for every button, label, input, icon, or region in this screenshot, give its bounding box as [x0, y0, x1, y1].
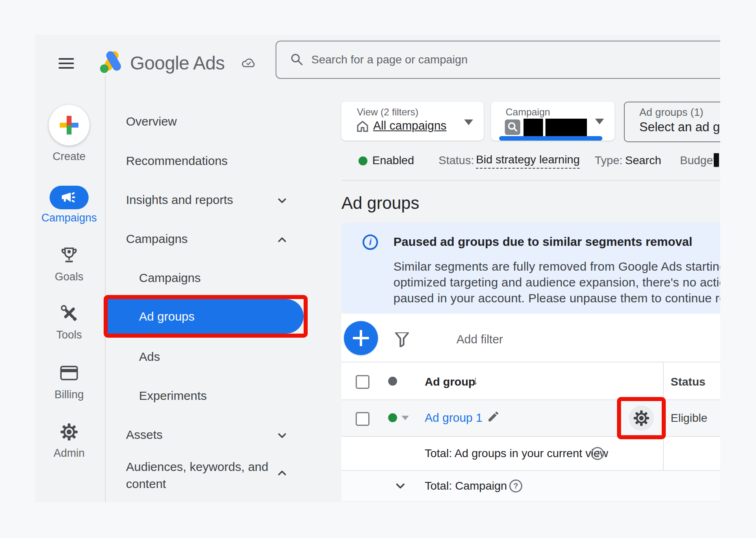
enabled-status-dot — [358, 156, 367, 165]
nav-item-experiments[interactable]: Experiments — [139, 388, 207, 404]
ad-group-filter-value: Select an ad gro — [639, 120, 720, 134]
rail-admin-label: Admin — [35, 447, 103, 460]
column-header-status[interactable]: Status — [671, 375, 706, 389]
chevron-down-icon — [595, 119, 604, 124]
nav-item-ads[interactable]: Ads — [139, 349, 160, 364]
type-value: Search — [625, 154, 661, 167]
section-divider — [341, 180, 720, 181]
nav-divider — [105, 76, 106, 502]
row-status-caret-icon[interactable] — [402, 416, 409, 420]
view-filter-label: View (2 filters) — [357, 106, 419, 118]
rail-campaigns-label: Campaigns — [35, 211, 103, 224]
search-input[interactable]: Search for a page or campaign — [276, 41, 720, 79]
nav-item-audiences[interactable]: Audiences, keywords, and content — [126, 458, 277, 492]
chevron-down-icon[interactable] — [276, 194, 289, 207]
sort-descending-icon[interactable]: ↓ — [472, 373, 478, 387]
filter-funnel-icon[interactable] — [395, 332, 409, 347]
help-icon[interactable]: ? — [509, 479, 522, 492]
active-chip-indicator — [499, 136, 602, 141]
edit-pencil-icon[interactable] — [487, 410, 500, 423]
banner-text-line: optimized targeting and audience expansi… — [393, 275, 720, 290]
type-label: Type: — [595, 154, 622, 167]
table-row-total-campaign: Total: Campaign ? — [341, 471, 720, 501]
search-badge-icon — [505, 119, 520, 135]
nav-item-insights[interactable]: Insights and reports — [126, 192, 233, 208]
nav-item-ad-groups[interactable]: Ad groups — [108, 299, 304, 334]
nav-item-ad-groups-label: Ad groups — [139, 299, 195, 334]
nav-item-recommendations[interactable]: Recommendations — [126, 153, 228, 169]
rail-billing-label: Billing — [35, 388, 103, 401]
admin-gear-icon[interactable] — [60, 423, 78, 441]
view-filter-chip[interactable]: View (2 filters) All campaigns — [341, 102, 484, 141]
ad-group-link[interactable]: Ad group 1 — [425, 411, 482, 425]
nav-section-campaigns[interactable]: Campaigns — [126, 231, 188, 247]
tools-icon[interactable] — [59, 304, 79, 323]
row-status-dot[interactable] — [388, 413, 397, 422]
campaign-filter-label: Campaign — [506, 106, 550, 118]
create-button[interactable] — [49, 105, 89, 145]
add-button[interactable] — [344, 321, 378, 355]
enabled-label: Enabled — [372, 154, 414, 167]
chevron-up-icon[interactable] — [276, 233, 289, 246]
banner-text-line: Similar segments are fully removed from … — [393, 259, 720, 274]
chevron-up-icon[interactable] — [276, 466, 289, 479]
row-checkbox[interactable] — [356, 412, 369, 426]
redacted-budget-value — [714, 153, 719, 167]
status-dot-header — [388, 377, 397, 386]
nav-item-overview[interactable]: Overview — [126, 114, 177, 129]
rail-campaigns-button[interactable] — [50, 186, 89, 209]
annotation-highlight-settings — [617, 397, 666, 439]
row-status-value: Eligible — [671, 411, 707, 425]
banner-text-line: paused in your account. Please unpause t… — [393, 291, 720, 306]
home-icon — [356, 120, 369, 133]
info-banner: i Paused ad groups due to similar segmen… — [341, 223, 720, 314]
expand-chevron-icon[interactable] — [393, 479, 407, 493]
column-header-ad-group[interactable]: Ad group — [425, 375, 475, 389]
banner-title: Paused ad groups due to similar segments… — [393, 234, 692, 249]
rail-tools-label: Tools — [35, 328, 103, 341]
select-all-checkbox[interactable] — [356, 375, 369, 389]
status-label: Status: — [439, 154, 474, 167]
brand-title: Google Ads — [130, 51, 225, 75]
total-view-label: Total: Ad groups in your current view — [425, 447, 608, 460]
ad-group-filter-label: Ad groups (1) — [639, 106, 704, 118]
redacted-campaign-name — [545, 119, 587, 137]
campaign-filter-chip[interactable]: Campaign — [491, 102, 615, 141]
cloud-sync-icon — [241, 57, 256, 69]
ad-group-filter-chip[interactable]: Ad groups (1) Select an ad gro — [624, 102, 720, 142]
view-filter-value: All campaigns — [373, 119, 447, 132]
rail-goals-label: Goals — [35, 270, 103, 283]
chevron-down-icon — [464, 119, 473, 125]
search-placeholder: Search for a page or campaign — [311, 53, 467, 67]
rail-create-label: Create — [35, 150, 103, 163]
annotation-highlight-ad-groups: Ad groups — [104, 295, 308, 338]
redacted-campaign-name — [524, 119, 543, 137]
chevron-down-icon[interactable] — [276, 429, 289, 442]
help-icon[interactable]: ? — [591, 447, 604, 460]
nav-item-campaigns[interactable]: Campaigns — [139, 270, 201, 286]
add-filter-button[interactable]: Add filter — [456, 332, 503, 346]
google-ads-logo-icon — [98, 50, 123, 74]
nav-item-assets[interactable]: Assets — [126, 427, 163, 443]
menu-icon[interactable] — [59, 58, 74, 72]
search-icon — [290, 53, 303, 66]
page-title: Ad groups — [341, 193, 419, 214]
info-icon: i — [363, 234, 378, 250]
screenshot-frame: Google Ads Search for a page or campaign… — [35, 35, 720, 502]
goals-trophy-icon[interactable] — [59, 245, 79, 265]
ad-groups-table: Add filter Ad group ↓ Status Ad group 1 — [341, 314, 720, 501]
billing-card-icon[interactable] — [60, 365, 78, 381]
total-campaign-label: Total: Campaign — [425, 479, 507, 493]
status-value[interactable]: Bid strategy learning — [476, 153, 580, 169]
